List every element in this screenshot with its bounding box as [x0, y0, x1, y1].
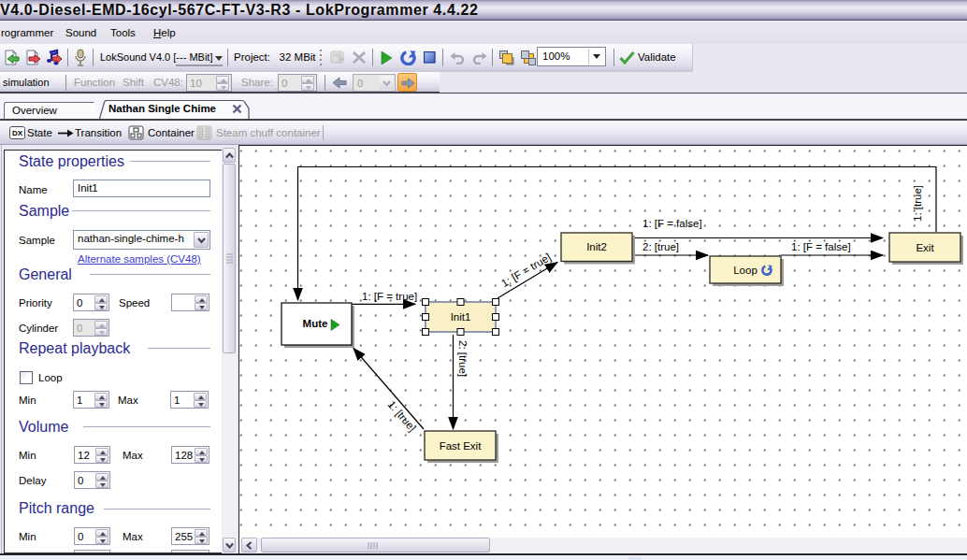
svg-text:Exit: Exit	[916, 242, 934, 253]
svg-text:2: [true]: 2: [true]	[642, 241, 679, 252]
svg-text:Loop: Loop	[733, 265, 758, 276]
svg-text:1: [F = true]: 1: [F = true]	[362, 291, 417, 302]
svg-text:Init1: Init1	[451, 311, 471, 323]
svg-text:DX: DX	[12, 129, 23, 137]
svg-text:Init2: Init2	[586, 241, 607, 252]
svg-text:2: [true]: 2: [true]	[457, 340, 469, 377]
svg-text:Fast Exit: Fast Exit	[440, 440, 483, 452]
svg-text:1: [true]: 1: [true]	[912, 185, 923, 222]
svg-text:1: [F = false]: 1: [F = false]	[791, 241, 851, 252]
svg-text:Mute: Mute	[303, 318, 328, 329]
svg-text:1: [F = false]: 1: [F = false]	[642, 218, 702, 229]
